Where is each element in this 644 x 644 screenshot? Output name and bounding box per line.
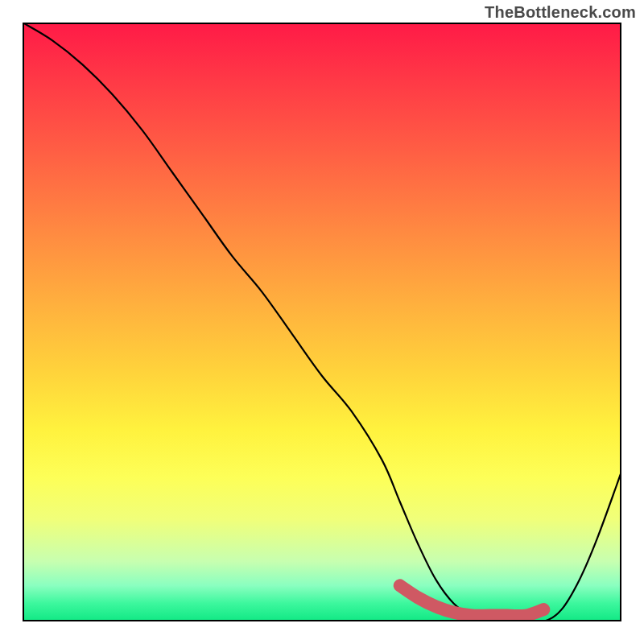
plot-area [23,23,621,621]
watermark-text: TheBottleneck.com [485,3,636,22]
chart-svg [23,23,621,621]
bottleneck-curve-path [23,23,621,621]
bottleneck-chart: TheBottleneck.com [0,0,644,644]
optimal-zone-marker-path [400,585,544,616]
